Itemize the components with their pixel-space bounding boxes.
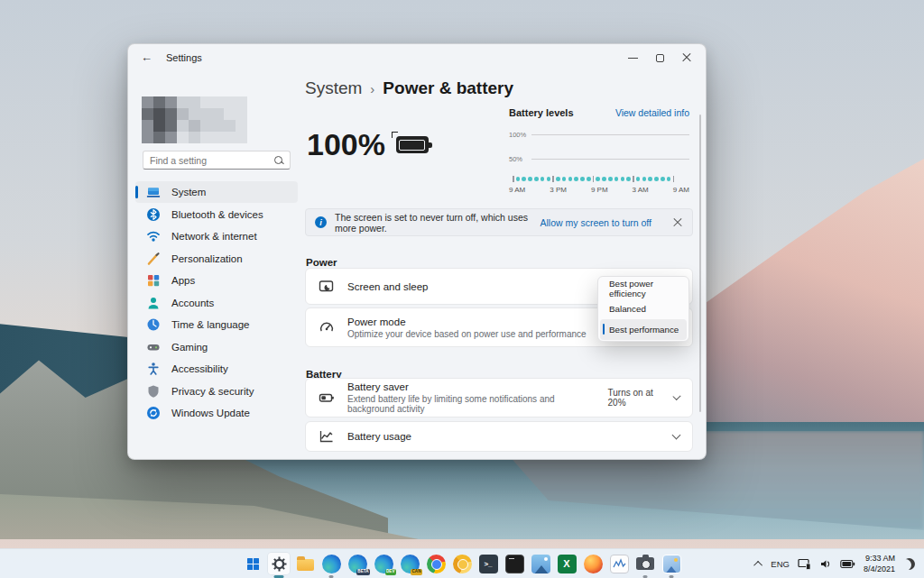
- dropdown-item-best-power-efficiency[interactable]: Best power efficiency: [600, 279, 687, 299]
- sidebar-item-bluetooth-devices[interactable]: Bluetooth & devices: [135, 204, 298, 225]
- battery-tray-icon[interactable]: [840, 559, 855, 569]
- sidebar-item-label: Windows Update: [171, 408, 250, 418]
- row-title: Power mode: [347, 317, 587, 327]
- battery-saver-value: Turns on at 20%: [608, 388, 663, 408]
- row-title: Screen and sleep: [347, 281, 429, 292]
- brush-icon: [146, 252, 161, 266]
- user-avatar-blurred[interactable]: [142, 96, 247, 143]
- camera-icon: [636, 557, 654, 570]
- taskbar-icon-edge-canary[interactable]: CAN: [399, 553, 420, 574]
- sidebar-item-label: System: [171, 187, 206, 197]
- ytick-50: 50%: [509, 155, 527, 163]
- update-icon: [146, 406, 161, 420]
- taskbar-icon-file-explorer[interactable]: [294, 553, 316, 574]
- dropdown-item-label: Balanced: [609, 304, 646, 314]
- taskbar-icon-settings[interactable]: [268, 553, 290, 574]
- chrome-canary-icon: [453, 555, 472, 573]
- view-detailed-info-link[interactable]: View detailed info: [615, 107, 689, 118]
- shield-icon: [146, 384, 161, 399]
- dropdown-item-balanced[interactable]: Balanced: [600, 299, 687, 320]
- taskbar-icon-terminal[interactable]: >_: [477, 553, 499, 574]
- battery-usage-row[interactable]: Battery usage: [305, 421, 693, 452]
- system-icon: [146, 185, 161, 199]
- sidebar-item-label: Privacy & security: [171, 386, 254, 397]
- banner-close-icon[interactable]: [672, 217, 683, 228]
- movies-tv-icon: [662, 555, 681, 573]
- ytick-100: 100%: [509, 131, 527, 139]
- clock[interactable]: 9:33 AM 8/4/2021: [864, 554, 895, 574]
- bluetooth-icon: [146, 207, 161, 222]
- taskbar-icon-edge-beta[interactable]: BETA: [346, 553, 368, 574]
- sidebar-item-label: Apps: [171, 275, 195, 286]
- window-title: Settings: [166, 52, 202, 63]
- battery-percent: 100%: [307, 127, 429, 162]
- sidebar-item-apps[interactable]: Apps: [135, 270, 298, 291]
- power-section-label: Power: [306, 257, 337, 268]
- network-icon[interactable]: [798, 558, 811, 570]
- active-app-indicator: [274, 575, 284, 578]
- xtick: 9 PM: [591, 186, 608, 194]
- sidebar-item-label: Accessibility: [171, 363, 228, 374]
- back-button[interactable]: ←: [141, 50, 152, 64]
- photos-icon: [531, 555, 550, 573]
- taskbar-icon-firefox[interactable]: [582, 553, 604, 574]
- taskbar-icon-excel[interactable]: X: [556, 553, 578, 574]
- start-button[interactable]: [242, 553, 263, 574]
- edge-icon: [322, 555, 341, 573]
- wifi-icon: [146, 229, 161, 243]
- sidebar-item-system[interactable]: System: [135, 181, 298, 203]
- taskbar: BETA DEV CAN >_ X ENG: [0, 548, 924, 578]
- taskbar-icon-chrome-canary[interactable]: [451, 553, 473, 574]
- power-mode-icon: [319, 319, 335, 335]
- power-mode-dropdown: Best power efficiency Balanced Best perf…: [597, 276, 689, 342]
- sidebar-item-gaming[interactable]: Gaming: [135, 336, 298, 358]
- sidebar-item-accounts[interactable]: Accounts: [135, 292, 298, 314]
- taskbar-icon-photos[interactable]: [530, 553, 551, 574]
- tray-overflow-chevron-icon[interactable]: [753, 561, 762, 570]
- breadcrumb-separator: ›: [370, 81, 374, 96]
- xtick: 9 AM: [509, 186, 525, 194]
- tray-time: 9:33 AM: [864, 554, 895, 564]
- sidebar-item-privacy-security[interactable]: Privacy & security: [135, 381, 298, 402]
- person-icon: [146, 296, 161, 310]
- maximize-button[interactable]: [646, 44, 673, 71]
- row-title: Battery saver: [347, 381, 596, 392]
- language-indicator[interactable]: ENG: [771, 559, 790, 569]
- info-banner: i The screen is set to never turn off, w…: [305, 208, 693, 236]
- battery-saver-row[interactable]: Battery saver Extend battery life by lim…: [305, 378, 693, 417]
- titlebar[interactable]: ← Settings: [128, 44, 706, 71]
- sidebar-item-personalization[interactable]: Personalization: [135, 248, 298, 270]
- dropdown-item-best-performance[interactable]: Best performance: [600, 319, 687, 340]
- scrollbar[interactable]: [699, 115, 702, 412]
- minimize-button[interactable]: [619, 44, 646, 71]
- sidebar-item-label: Accounts: [171, 298, 214, 308]
- page-title: Power & battery: [383, 78, 513, 98]
- sidebar-item-network-internet[interactable]: Network & internet: [135, 225, 298, 247]
- search-box[interactable]: [143, 151, 291, 170]
- sidebar-item-windows-update[interactable]: Windows Update: [135, 402, 298, 424]
- sidebar-item-accessibility[interactable]: Accessibility: [135, 358, 298, 380]
- dropdown-item-label: Best power efficiency: [609, 279, 687, 298]
- breadcrumb-system[interactable]: System: [305, 78, 362, 98]
- selected-accent-bar: [603, 324, 605, 335]
- taskbar-icon-edge[interactable]: [320, 553, 342, 574]
- close-button[interactable]: [673, 44, 700, 71]
- chevron-down-icon: [672, 430, 681, 439]
- apps-icon: [146, 273, 161, 288]
- taskbar-icon-edge-dev[interactable]: DEV: [373, 553, 394, 574]
- search-icon: [273, 155, 284, 166]
- chart-x-labels: 9 AM 3 PM 9 PM 3 AM 9 AM: [509, 186, 689, 194]
- taskbar-icon-performance-monitor[interactable]: [608, 553, 630, 574]
- taskbar-icon-movies-tv[interactable]: [661, 553, 682, 574]
- taskbar-icon-chrome[interactable]: [425, 553, 447, 574]
- taskbar-icon-command-prompt[interactable]: [504, 553, 525, 574]
- sidebar-item-time-language[interactable]: Time & language: [135, 314, 298, 335]
- volume-icon[interactable]: [819, 558, 832, 570]
- settings-window: ← Settings System: [127, 43, 707, 460]
- focus-assist-moon-icon[interactable]: [903, 558, 915, 570]
- allow-screen-turn-off-link[interactable]: Allow my screen to turn off: [540, 217, 651, 228]
- taskbar-icon-camera[interactable]: [634, 553, 656, 574]
- row-subtitle: Extend battery life by limiting some not…: [347, 394, 596, 414]
- gridline-50: 50%: [509, 155, 689, 163]
- search-input[interactable]: [143, 155, 273, 166]
